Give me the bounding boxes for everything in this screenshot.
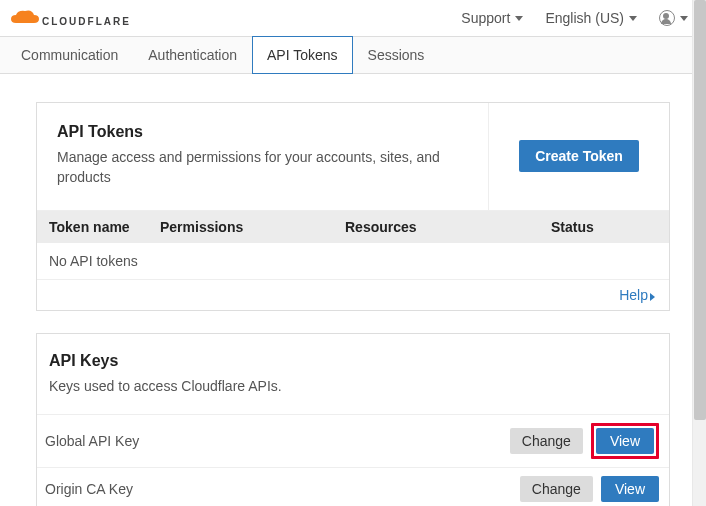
col-status: Status [551, 219, 661, 235]
page-content: API Tokens Manage access and permissions… [0, 74, 706, 506]
key-actions: ChangeView [520, 476, 659, 502]
api-keys-title: API Keys [49, 352, 651, 370]
change-button[interactable]: Change [510, 428, 583, 454]
highlight-annotation: View [591, 423, 659, 459]
view-button[interactable]: View [601, 476, 659, 502]
caret-down-icon [515, 16, 523, 21]
col-resources: Resources [345, 219, 551, 235]
cloudflare-cloud-icon [10, 9, 40, 27]
key-label: Origin CA Key [45, 481, 133, 497]
top-bar: CLOUDFLARE Support English (US) [0, 0, 706, 36]
api-keys-card: API Keys Keys used to access Cloudflare … [36, 333, 670, 506]
language-label: English (US) [545, 10, 624, 26]
vertical-scrollbar[interactable] [692, 0, 706, 506]
language-menu[interactable]: English (US) [545, 10, 637, 26]
tab-authentication[interactable]: Authentication [133, 36, 252, 74]
tokens-table-header: Token name Permissions Resources Status [37, 211, 669, 243]
api-keys-subtitle: Keys used to access Cloudflare APIs. [49, 376, 651, 396]
key-row: Origin CA KeyChangeView [37, 467, 669, 506]
create-token-button[interactable]: Create Token [519, 140, 639, 172]
tab-communication[interactable]: Communication [6, 36, 133, 74]
tokens-empty-row: No API tokens [37, 243, 669, 279]
change-button[interactable]: Change [520, 476, 593, 502]
tokens-footer: Help [37, 279, 669, 310]
api-tokens-subtitle: Manage access and permissions for your a… [57, 147, 468, 188]
api-tokens-title: API Tokens [57, 123, 468, 141]
header-right: Support English (US) [461, 10, 688, 26]
caret-down-icon [680, 16, 688, 21]
view-button[interactable]: View [596, 428, 654, 454]
support-label: Support [461, 10, 510, 26]
support-menu[interactable]: Support [461, 10, 523, 26]
profile-tabs: CommunicationAuthenticationAPI TokensSes… [0, 36, 706, 74]
brand-logo[interactable]: CLOUDFLARE [10, 9, 131, 27]
user-icon [659, 10, 675, 26]
api-tokens-card: API Tokens Manage access and permissions… [36, 102, 670, 311]
tokens-help-link[interactable]: Help [619, 287, 655, 303]
tab-api-tokens[interactable]: API Tokens [252, 36, 353, 74]
chevron-right-icon [650, 293, 655, 301]
caret-down-icon [629, 16, 637, 21]
help-label: Help [619, 287, 648, 303]
col-permissions: Permissions [160, 219, 345, 235]
col-token-name: Token name [45, 219, 160, 235]
account-menu[interactable] [659, 10, 688, 26]
tab-sessions[interactable]: Sessions [353, 36, 440, 74]
key-label: Global API Key [45, 433, 139, 449]
key-row: Global API KeyChangeView [37, 414, 669, 467]
key-actions: ChangeView [510, 423, 659, 459]
scrollbar-thumb[interactable] [694, 0, 706, 420]
api-tokens-header: API Tokens Manage access and permissions… [37, 103, 669, 211]
brand-text: CLOUDFLARE [42, 16, 131, 27]
